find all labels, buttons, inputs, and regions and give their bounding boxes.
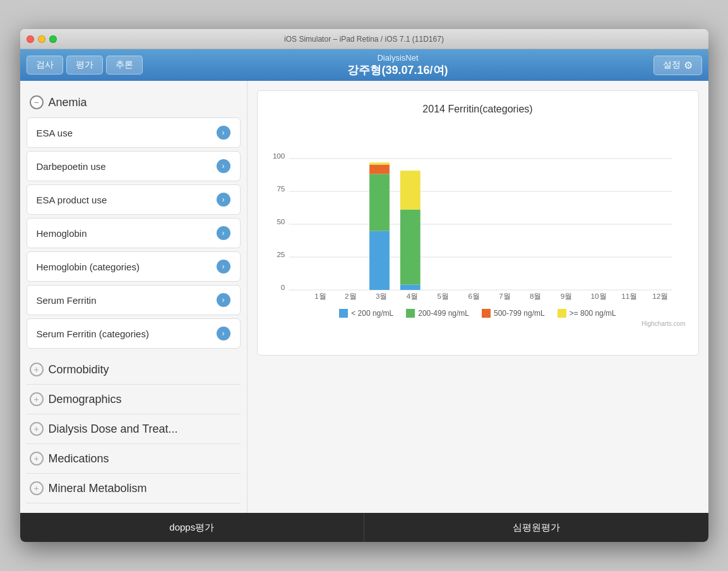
minimize-button[interactable] xyxy=(38,35,45,43)
legend-color-green xyxy=(406,309,415,318)
svg-rect-28 xyxy=(400,171,420,210)
app-name: DialysisNet xyxy=(377,53,418,63)
svg-text:50: 50 xyxy=(277,217,285,225)
main-content: − Anemia ESA use › Darbepoetin use › ESA… xyxy=(20,81,708,513)
menu-item-serum-ferritin-cat-label: Serum Ferritin (categories) xyxy=(37,328,149,339)
legend-label-orange: 500-799 ng/mL xyxy=(494,309,545,318)
bottom-bar: dopps평가 심평원평가 xyxy=(20,513,708,542)
settings-label: 설정 xyxy=(663,59,681,71)
highcharts-credit: Highcharts.com xyxy=(270,320,686,327)
menu-item-hemoglobin-cat[interactable]: Hemoglobin (categories) › xyxy=(27,251,241,282)
mineral-metabolism-expand-icon: + xyxy=(30,481,44,495)
menu-item-darbepoetin[interactable]: Darbepoetin use › xyxy=(27,151,241,181)
anemia-title: Anemia xyxy=(49,96,87,109)
svg-text:8월: 8월 xyxy=(530,292,541,300)
serum-ferritin-cat-arrow-icon: › xyxy=(217,327,230,340)
anemia-collapse-icon: − xyxy=(30,95,44,109)
esa-use-arrow-icon: › xyxy=(217,126,230,140)
esa-product-arrow-icon: › xyxy=(217,193,230,207)
svg-rect-25 xyxy=(369,162,390,164)
eval-button[interactable]: 평가 xyxy=(66,56,103,75)
chart-title: 2014 Ferritin(categories) xyxy=(270,104,686,115)
window-title: iOS Simulator – iPad Retina / iOS 7.1 (1… xyxy=(284,35,444,44)
menu-item-esa-product-label: ESA product use xyxy=(37,195,107,205)
darbepoetin-arrow-icon: › xyxy=(217,159,230,173)
menu-item-esa-use[interactable]: ESA use › xyxy=(27,117,241,148)
menu-item-hemoglobin-label: Hemoglobin xyxy=(37,228,87,239)
cormobidity-expand-icon: + xyxy=(30,363,44,376)
health-eval-button[interactable]: 심평원평가 xyxy=(364,513,708,542)
patient-info: 강주형(39.07.16/여) xyxy=(347,63,448,78)
title-bar: iOS Simulator – iPad Retina / iOS 7.1 (1… xyxy=(20,29,708,49)
settings-button[interactable]: 설정 ⚙ xyxy=(653,56,702,75)
hemoglobin-cat-arrow-icon: › xyxy=(217,260,230,273)
maximize-button[interactable] xyxy=(49,35,57,43)
medications-title: Medications xyxy=(49,452,109,466)
legend-item-orange: 500-799 ng/mL xyxy=(482,309,545,318)
anemia-section-header[interactable]: − Anemia xyxy=(27,90,241,114)
ios-toolbar: 검사 평가 추론 DialysisNet 강주형(39.07.16/여) 설정 … xyxy=(20,49,708,81)
dialysis-dose-title: Dialysis Dose and Treat... xyxy=(49,423,178,436)
svg-text:3월: 3월 xyxy=(375,292,386,300)
legend-color-orange xyxy=(482,309,491,318)
cormobidity-section[interactable]: + Cormobidity xyxy=(27,355,241,385)
exam-button[interactable]: 검사 xyxy=(27,56,63,75)
legend-label-yellow: >= 800 ng/mL xyxy=(570,309,616,318)
chart-container: 2014 Ferritin(categories) 0 25 50 75 100 xyxy=(257,90,699,356)
menu-item-serum-ferritin[interactable]: Serum Ferritin › xyxy=(27,285,241,315)
svg-rect-24 xyxy=(369,165,390,174)
serum-ferritin-arrow-icon: › xyxy=(217,293,230,307)
svg-rect-23 xyxy=(369,174,390,231)
close-button[interactable] xyxy=(27,35,34,43)
cormobidity-title: Cormobidity xyxy=(49,363,109,376)
menu-item-serum-ferritin-label: Serum Ferritin xyxy=(37,295,97,306)
svg-text:10월: 10월 xyxy=(590,292,606,300)
svg-text:1월: 1월 xyxy=(314,292,326,300)
menu-item-hemoglobin[interactable]: Hemoglobin › xyxy=(27,218,241,248)
svg-text:11월: 11월 xyxy=(621,292,637,300)
legend-item-yellow: >= 800 ng/mL xyxy=(558,309,616,318)
svg-text:9월: 9월 xyxy=(560,292,571,300)
menu-item-esa-product[interactable]: ESA product use › xyxy=(27,184,241,215)
svg-text:2월: 2월 xyxy=(345,292,356,300)
hemoglobin-arrow-icon: › xyxy=(217,226,230,240)
dopps-eval-button[interactable]: dopps평가 xyxy=(20,513,365,542)
menu-item-serum-ferritin-cat[interactable]: Serum Ferritin (categories) › xyxy=(27,318,241,349)
mineral-metabolism-section[interactable]: + Mineral Metabolism xyxy=(27,474,241,503)
anemia-menu-items: ESA use › Darbepoetin use › ESA product … xyxy=(27,117,241,349)
svg-text:6월: 6월 xyxy=(468,292,479,300)
svg-rect-22 xyxy=(369,231,390,290)
legend-item-blue: < 200 ng/mL xyxy=(339,309,393,318)
demographics-section[interactable]: + Demographics xyxy=(27,385,241,414)
svg-text:100: 100 xyxy=(272,152,285,160)
menu-item-esa-use-label: ESA use xyxy=(37,128,73,138)
svg-text:4월: 4월 xyxy=(406,292,417,300)
legend-item-green: 200-499 ng/mL xyxy=(406,309,469,318)
svg-text:12월: 12월 xyxy=(652,292,668,300)
chart-svg: 0 25 50 75 100 1월 2월 3월 4월 5월 xyxy=(270,124,686,301)
legend-label-blue: < 200 ng/mL xyxy=(351,309,393,318)
svg-text:75: 75 xyxy=(277,184,285,193)
medications-section[interactable]: + Medications xyxy=(27,444,241,474)
infer-button[interactable]: 추론 xyxy=(106,56,143,75)
chart-area: 2014 Ferritin(categories) 0 25 50 75 100 xyxy=(248,81,708,513)
legend-color-yellow xyxy=(558,309,566,318)
gear-icon: ⚙ xyxy=(684,59,693,71)
demographics-title: Demographics xyxy=(49,393,122,406)
chart-legend: < 200 ng/mL 200-499 ng/mL 500-799 ng/mL … xyxy=(270,309,686,318)
mac-window: iOS Simulator – iPad Retina / iOS 7.1 (1… xyxy=(20,29,708,542)
svg-rect-26 xyxy=(400,285,420,290)
svg-text:5월: 5월 xyxy=(437,292,448,300)
sidebar: − Anemia ESA use › Darbepoetin use › ESA… xyxy=(20,81,248,513)
dialysis-dose-section[interactable]: + Dialysis Dose and Treat... xyxy=(27,414,241,444)
window-buttons xyxy=(27,35,57,43)
legend-color-blue xyxy=(339,309,348,318)
svg-text:7월: 7월 xyxy=(499,292,510,300)
menu-item-hemoglobin-cat-label: Hemoglobin (categories) xyxy=(37,261,140,272)
svg-text:0: 0 xyxy=(280,283,285,291)
demographics-expand-icon: + xyxy=(30,392,44,406)
svg-text:25: 25 xyxy=(277,250,285,258)
svg-rect-27 xyxy=(400,210,420,285)
mineral-metabolism-title: Mineral Metabolism xyxy=(49,482,147,495)
toolbar-right: 설정 ⚙ xyxy=(653,56,702,75)
